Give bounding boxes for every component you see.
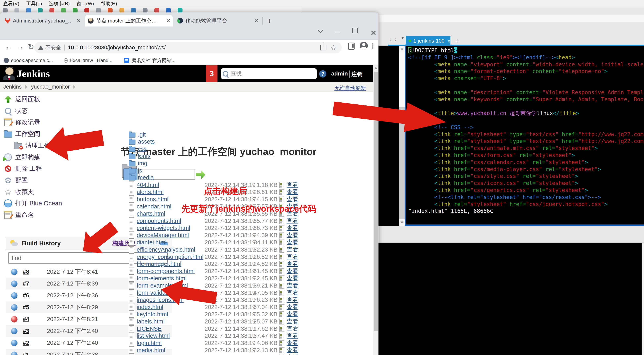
- build-id-link[interactable]: #8: [23, 269, 36, 275]
- view-link[interactable]: 查看: [286, 231, 298, 239]
- terminal-tab-close-icon[interactable]: x: [448, 38, 450, 44]
- view-link[interactable]: 查看: [286, 325, 298, 333]
- file-link[interactable]: index.html: [137, 304, 163, 311]
- jenkins-search-box[interactable]: 查找: [221, 68, 317, 79]
- breadcrumb-jenkins[interactable]: Jenkins: [3, 84, 22, 90]
- sidebar-item-blue-ocean[interactable]: 打开 Blue Ocean: [4, 199, 62, 208]
- view-link[interactable]: 查看: [286, 274, 298, 282]
- view-link[interactable]: 查看: [286, 303, 298, 311]
- browser-tab[interactable]: Administrator / yuchao_monit: [2, 15, 83, 26]
- file-link[interactable]: energy_consumption.html: [137, 254, 204, 260]
- view-link[interactable]: 查看: [286, 253, 298, 261]
- file-link[interactable]: 404.html: [137, 182, 159, 188]
- bookmark-item[interactable]: 腾讯文档-官方网站...: [124, 57, 176, 64]
- view-link[interactable]: 查看: [286, 332, 298, 340]
- browser-menu-icon[interactable]: [372, 42, 374, 49]
- tab-close-icon[interactable]: [77, 19, 80, 22]
- sidebar-item-folder[interactable]: 工作空间: [4, 130, 40, 138]
- view-link[interactable]: 查看: [286, 289, 298, 297]
- jenkins-brand[interactable]: Jenkins: [17, 68, 50, 79]
- file-link[interactable]: form-elements.html: [137, 275, 186, 282]
- file-link[interactable]: dianfei.html: [137, 239, 166, 246]
- view-link[interactable]: 查看: [286, 181, 298, 189]
- address-bar[interactable]: 不安全 10.0.0.100:8080/job/yuchao_monitor/w…: [34, 42, 342, 53]
- file-link[interactable]: content-widgets.html: [137, 225, 190, 231]
- file-link[interactable]: efficiencyAnalysis.html: [137, 246, 195, 253]
- scroll-down-icon[interactable]: ˅: [399, 219, 405, 226]
- bookmark-item[interactable]: ebook.apecome.c...: [4, 58, 53, 63]
- menu-item[interactable]: 查看(V): [3, 0, 19, 7]
- new-tab-button[interactable]: +: [266, 17, 273, 24]
- file-link[interactable]: file-manager.html: [137, 261, 181, 267]
- folder-link[interactable]: media: [138, 174, 154, 181]
- breadcrumb-job[interactable]: yuchao_monitor: [31, 84, 70, 90]
- terminal-tab-dropdown-icon[interactable]: ▼: [401, 36, 404, 40]
- view-link[interactable]: 查看: [286, 267, 298, 275]
- folder-link[interactable]: .git: [138, 131, 146, 138]
- queue-count-badge[interactable]: 3: [206, 65, 218, 82]
- side-panel-icon[interactable]: [348, 42, 354, 50]
- sidebar-item-gear[interactable]: ⚙配置: [4, 176, 28, 185]
- user-link[interactable]: admin: [331, 70, 348, 77]
- second-terminal-window[interactable]: [378, 243, 644, 355]
- scroll-up-icon[interactable]: ˄: [399, 46, 405, 53]
- menu-item[interactable]: 窗口(W): [76, 0, 94, 7]
- jenkins-logo-icon[interactable]: [3, 67, 15, 80]
- sidebar-item-magnifier[interactable]: 状态: [4, 107, 28, 115]
- build-status-ball-red[interactable]: [11, 316, 18, 323]
- terminal-tab-next-icon[interactable]: ›: [395, 36, 396, 42]
- build-id-link[interactable]: #1: [23, 352, 36, 355]
- view-link[interactable]: 查看: [286, 296, 298, 304]
- build-id-link[interactable]: #6: [23, 292, 36, 299]
- view-link[interactable]: 查看: [286, 339, 298, 347]
- file-link[interactable]: media.html: [137, 347, 165, 354]
- maximize-button[interactable]: [350, 26, 360, 34]
- build-id-link[interactable]: #2: [23, 340, 36, 346]
- view-link[interactable]: 查看: [286, 282, 298, 290]
- tab-close-icon[interactable]: [166, 19, 170, 22]
- terminal-new-tab-button[interactable]: +: [453, 36, 462, 45]
- build-id-link[interactable]: #7: [23, 280, 36, 287]
- scroll-up-icon[interactable]: [374, 67, 378, 69]
- build-id-link[interactable]: #4: [23, 316, 36, 323]
- auto-refresh-link[interactable]: 允许自动刷新: [334, 84, 366, 92]
- security-label[interactable]: 不安全: [46, 44, 61, 51]
- file-link[interactable]: list-view.html: [137, 333, 170, 339]
- sidebar-item-up-arrow[interactable]: 返回面板: [4, 95, 40, 103]
- file-link[interactable]: keyInfo.html: [137, 311, 168, 318]
- sidebar-item-star[interactable]: ☆收藏夹: [4, 188, 34, 196]
- view-link[interactable]: 查看: [286, 246, 298, 254]
- file-link[interactable]: messages.html: [137, 354, 176, 355]
- view-link[interactable]: 查看: [286, 238, 298, 246]
- build-status-ball-blue[interactable]: [11, 269, 18, 275]
- view-link[interactable]: 查看: [286, 310, 298, 318]
- terminal-tab-jenkins-100[interactable]: 1 jenkins-100 x: [406, 36, 450, 45]
- vim-editor[interactable]: <!DOCTYPE html><!--[if IE 9 ]><html clas…: [405, 46, 644, 226]
- close-button[interactable]: [366, 26, 376, 34]
- sidebar-item-build-clock[interactable]: 立即构建: [4, 153, 40, 161]
- file-link[interactable]: components.html: [137, 218, 181, 224]
- folder-link[interactable]: js: [138, 167, 142, 174]
- reload-icon[interactable]: ↻: [28, 42, 34, 51]
- build-id-link[interactable]: #5: [23, 304, 36, 311]
- browser-tab[interactable]: 移动能效管理平台: [174, 15, 261, 26]
- view-link[interactable]: 查看: [286, 188, 298, 196]
- bookmark-item[interactable]: Excalidraw | Hand...: [64, 58, 112, 63]
- bookmark-star-icon[interactable]: ☆: [330, 43, 336, 52]
- build-status-ball-blue[interactable]: [11, 281, 18, 287]
- sidebar-item-forbidden[interactable]: 删除 工程: [4, 164, 42, 173]
- view-link[interactable]: 查看: [286, 318, 298, 326]
- url-text[interactable]: 10.0.0.100:8080/job/yuchao_monitor/ws/: [68, 44, 318, 51]
- go-arrow-button[interactable]: [196, 170, 206, 179]
- file-link[interactable]: calendar.html: [137, 203, 172, 210]
- profile-avatar[interactable]: [360, 42, 368, 50]
- view-link[interactable]: 查看: [286, 260, 298, 268]
- scrollbar-thumb[interactable]: [399, 53, 405, 107]
- sidebar-item-notepad[interactable]: 重命名: [4, 211, 34, 219]
- file-link[interactable]: login.html: [137, 340, 162, 346]
- build-status-ball-blue[interactable]: [11, 304, 18, 311]
- file-link[interactable]: labels.html: [137, 318, 164, 325]
- folder-link[interactable]: assets: [138, 138, 155, 145]
- back-icon[interactable]: ←: [5, 42, 12, 51]
- file-link[interactable]: alerts.html: [137, 189, 164, 195]
